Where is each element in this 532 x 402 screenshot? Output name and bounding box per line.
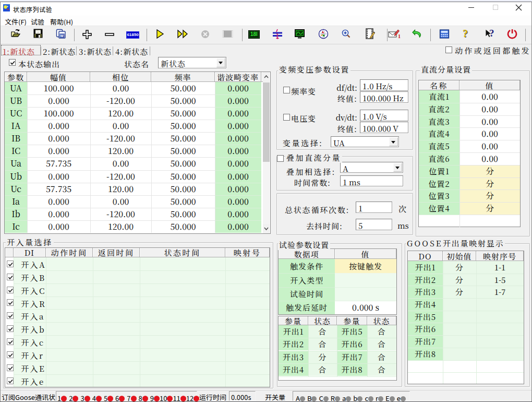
svg-text:1: 1 [398, 33, 401, 39]
svg-text:W: W [60, 34, 64, 38]
